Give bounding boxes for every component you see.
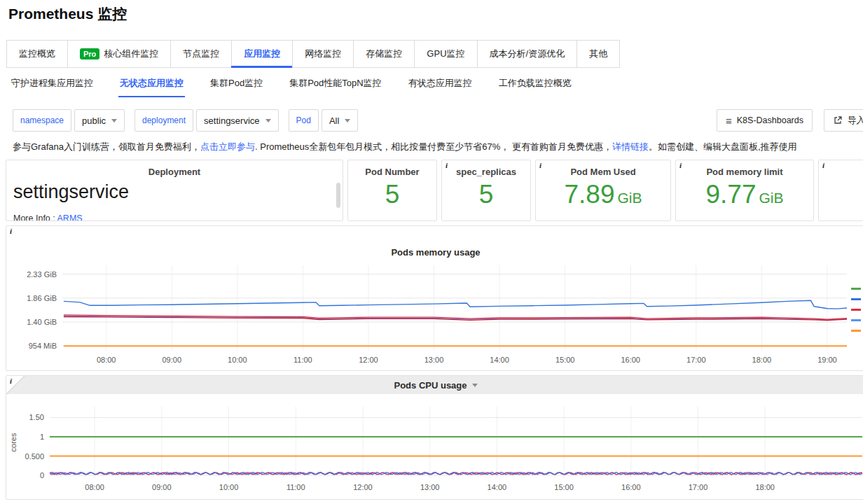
spec-replicas-stat-panel: i spec_replicas 5: [441, 160, 531, 221]
svg-text:15:00: 15:00: [554, 483, 574, 491]
tab-cluster-pod-topn[interactable]: 集群Pod性能TopN监控: [288, 69, 382, 97]
tab-gpu-monitoring[interactable]: GPU监控: [414, 40, 477, 68]
info-icon[interactable]: i: [820, 160, 827, 170]
menu-icon: ≡: [726, 115, 732, 126]
svg-text:11:00: 11:00: [294, 356, 312, 364]
pod-memory-limit-value: 9.77GiB: [676, 181, 813, 207]
svg-text:954 MiB: 954 MiB: [29, 342, 57, 350]
promo-banner: 参与Grafana入门训练营，领取首月免费福利，点击立即参与. Promethe…: [13, 141, 863, 153]
pod-memory-limit-stat-panel: i Pod memory limit 9.77GiB: [675, 160, 814, 221]
svg-text:17:00: 17:00: [689, 483, 708, 491]
svg-text:12:00: 12:00: [359, 356, 378, 364]
chevron-down-icon: [111, 119, 117, 122]
svg-text:2.33 GiB: 2.33 GiB: [27, 270, 57, 279]
clipped-stat-panel: i: [818, 160, 863, 221]
stat-title: Pod Number: [348, 167, 436, 177]
deployment-select[interactable]: settingservice: [196, 109, 278, 132]
chevron-down-icon: [265, 119, 271, 122]
svg-text:15:00: 15:00: [555, 356, 575, 364]
svg-text:1.40 GiB: 1.40 GiB: [27, 318, 57, 326]
svg-text:13:00: 13:00: [424, 356, 444, 364]
chevron-down-icon: [472, 384, 478, 387]
deployment-value: settingservice: [6, 182, 343, 203]
info-icon[interactable]: i: [443, 160, 450, 170]
pod-number-value: 5: [348, 181, 436, 207]
svg-text:cores: cores: [9, 433, 18, 451]
tab-network-monitoring[interactable]: 网络监控: [292, 40, 354, 68]
tab-daemonset-apps[interactable]: 守护进程集应用监控: [10, 69, 95, 97]
cpu-usage-chart: 08:0009:0010:0011:0012:0013:0014:0015:00…: [6, 397, 863, 498]
info-icon[interactable]: i: [7, 376, 15, 386]
stat-title: spec_replicas: [442, 167, 530, 177]
stat-title: Deployment: [6, 167, 343, 177]
svg-text:14:00: 14:00: [488, 483, 507, 491]
panel-scrollbar[interactable]: [336, 183, 340, 208]
chevron-down-icon: [345, 119, 350, 122]
info-icon[interactable]: i: [7, 226, 15, 236]
chart-title-dropdown[interactable]: Pods CPU usage: [394, 380, 477, 391]
tab-workload-overview[interactable]: 工作负载监控概览: [497, 69, 573, 97]
tab-cluster-pod[interactable]: 集群Pod监控: [209, 69, 264, 97]
details-link[interactable]: 详情链接: [612, 141, 649, 152]
pod-number-stat-panel: Pod Number 5: [347, 160, 437, 221]
svg-text:16:00: 16:00: [621, 356, 640, 364]
unit-label: GiB: [759, 190, 784, 206]
tab-stateless-apps[interactable]: 无状态应用监控: [118, 69, 185, 97]
dashboard-screen: Prometheus 监控 监控概览 Pro 核心组件监控 节点监控 应用监控 …: [0, 0, 863, 504]
pod-mem-used-stat-panel: i Pod Mem Used 7.89GiB: [535, 160, 671, 221]
stat-title: Pod Mem Used: [536, 167, 670, 177]
tab-other[interactable]: 其他: [577, 40, 620, 68]
pods-memory-usage-panel: i Pods memory usage 08:0009:0010:0011:00…: [6, 225, 863, 371]
tab-monitor-overview[interactable]: 监控概览: [6, 40, 68, 68]
stat-title: Pod memory limit: [676, 167, 813, 177]
join-now-link[interactable]: 点击立即参与: [200, 141, 255, 152]
info-icon[interactable]: i: [537, 160, 544, 170]
info-icon[interactable]: i: [677, 160, 684, 170]
svg-text:09:00: 09:00: [152, 483, 172, 491]
svg-text:08:00: 08:00: [85, 483, 104, 491]
tab-storage-monitoring[interactable]: 存储监控: [353, 40, 415, 68]
svg-text:1.50: 1.50: [29, 413, 44, 421]
svg-text:18:00: 18:00: [755, 483, 775, 491]
tab-cost-analysis[interactable]: 成本分析/资源优化: [477, 40, 578, 68]
svg-text:10:00: 10:00: [228, 356, 247, 364]
chart-title: Pods memory usage: [6, 247, 863, 258]
pod-filter: Pod All: [289, 109, 359, 132]
namespace-select[interactable]: public: [74, 109, 125, 132]
unit-label: GiB: [618, 190, 642, 206]
page-title: Prometheus 监控: [8, 4, 127, 24]
k8s-dashboards-button[interactable]: ≡ K8S-Dashboards: [717, 109, 813, 132]
tab-stateful-apps[interactable]: 有状态应用监控: [407, 69, 474, 97]
svg-text:0.500: 0.500: [25, 452, 44, 461]
svg-text:17:00: 17:00: [686, 356, 706, 364]
secondary-tabs: 守护进程集应用监控 无状态应用监控 集群Pod监控 集群Pod性能TopN监控 …: [10, 69, 597, 97]
primary-tabs: 监控概览 Pro 核心组件监控 节点监控 应用监控 网络监控 存储监控 GPU监…: [7, 40, 620, 68]
tab-core-components[interactable]: Pro 核心组件监控: [67, 40, 171, 68]
svg-text:0: 0: [40, 471, 44, 479]
svg-text:18:00: 18:00: [752, 356, 772, 364]
namespace-label: namespace: [13, 109, 71, 132]
tab-app-monitoring[interactable]: 应用监控: [231, 40, 293, 68]
pod-select[interactable]: All: [322, 109, 358, 132]
spec-replicas-value: 5: [442, 181, 530, 207]
pods-cpu-usage-panel: Pods CPU usage i 08:0009:0010:0011:0012:…: [6, 375, 863, 500]
deployment-stat-panel: Deployment settingservice More Info : AR…: [6, 160, 343, 221]
tab-node-monitoring[interactable]: 节点监控: [170, 40, 232, 68]
svg-text:16:00: 16:00: [621, 483, 641, 491]
namespace-filter: namespace public: [13, 109, 125, 132]
svg-text:1.86 GiB: 1.86 GiB: [27, 294, 57, 302]
import-button[interactable]: 导入(: [824, 109, 863, 132]
memory-usage-chart: 08:0009:0010:0011:0012:0013:0014:0015:00…: [6, 258, 863, 369]
pod-label: Pod: [289, 109, 319, 132]
arms-link[interactable]: ARMS: [57, 214, 83, 221]
svg-text:12:00: 12:00: [353, 483, 373, 491]
svg-text:19:00: 19:00: [817, 356, 837, 364]
cpu-chart-header: Pods CPU usage: [6, 376, 863, 394]
svg-text:1: 1: [40, 433, 44, 441]
deployment-label: deployment: [134, 109, 193, 132]
deployment-filter: deployment settingservice: [134, 109, 279, 132]
svg-text:13:00: 13:00: [420, 483, 440, 491]
pro-badge: Pro: [80, 48, 99, 59]
export-icon: [833, 115, 843, 125]
filter-bar: namespace public deployment settingservi…: [13, 109, 368, 132]
